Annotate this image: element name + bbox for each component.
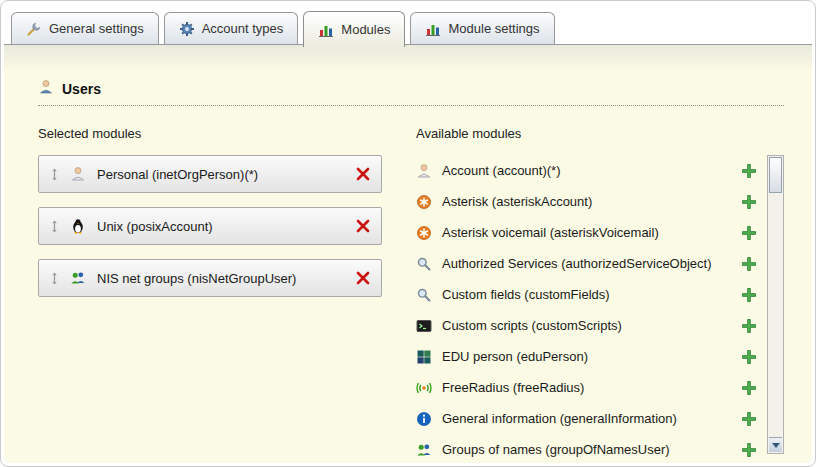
gear-icon bbox=[179, 21, 195, 37]
tab-account-types[interactable]: Account types bbox=[164, 12, 299, 44]
plus-icon[interactable] bbox=[741, 318, 757, 334]
plus-icon[interactable] bbox=[741, 380, 757, 396]
grid-icon bbox=[416, 349, 432, 365]
tab-bar: General settings Account types Modules M… bbox=[1, 1, 815, 44]
available-module-label: Authorized Services (authorizedServiceOb… bbox=[442, 256, 733, 271]
group-icon bbox=[70, 270, 86, 286]
scroll-down-button[interactable] bbox=[769, 437, 782, 452]
available-module-label: Custom fields (customFields) bbox=[442, 287, 733, 302]
lam-config-window: General settings Account types Modules M… bbox=[0, 0, 816, 467]
asterisk-icon bbox=[416, 225, 432, 241]
delete-icon[interactable] bbox=[355, 166, 371, 182]
available-module-label: Asterisk (asteriskAccount) bbox=[442, 194, 733, 209]
chart-icon bbox=[425, 21, 441, 37]
available-module-row: Custom scripts (customScripts) bbox=[416, 310, 757, 341]
modules-panel: Users Selected modules Personal (inetOrg… bbox=[4, 44, 812, 463]
selected-module-row[interactable]: NIS net groups (nisNetGroupUser) bbox=[38, 259, 382, 297]
delete-icon[interactable] bbox=[355, 218, 371, 234]
penguin-icon bbox=[70, 218, 86, 234]
selected-module-row[interactable]: Unix (posixAccount) bbox=[38, 207, 382, 245]
selected-module-label: Unix (posixAccount) bbox=[97, 219, 213, 234]
group-icon bbox=[416, 442, 432, 458]
tab-label: Modules bbox=[341, 22, 390, 37]
plus-icon[interactable] bbox=[741, 411, 757, 427]
antenna-icon bbox=[416, 380, 432, 396]
selected-module-label: NIS net groups (nisNetGroupUser) bbox=[97, 271, 296, 286]
available-module-row: General information (generalInformation) bbox=[416, 403, 757, 434]
tab-label: General settings bbox=[49, 21, 144, 36]
drag-handle-icon[interactable] bbox=[49, 271, 60, 286]
selected-module-row[interactable]: Personal (inetOrgPerson)(*) bbox=[38, 155, 382, 193]
available-module-label: FreeRadius (freeRadius) bbox=[442, 380, 733, 395]
tab-module-settings[interactable]: Module settings bbox=[410, 12, 554, 44]
tab-label: Account types bbox=[202, 21, 284, 36]
available-module-row: FreeRadius (freeRadius) bbox=[416, 372, 757, 403]
plus-icon[interactable] bbox=[741, 349, 757, 365]
plus-icon[interactable] bbox=[741, 225, 757, 241]
scroll-down-icon bbox=[772, 443, 780, 448]
terminal-icon bbox=[416, 318, 432, 334]
magnifier-icon bbox=[416, 287, 432, 303]
available-module-row: Asterisk (asteriskAccount) bbox=[416, 186, 757, 217]
plus-icon[interactable] bbox=[741, 442, 757, 458]
available-module-label: EDU person (eduPerson) bbox=[442, 349, 733, 364]
available-module-label: Account (account)(*) bbox=[442, 163, 733, 178]
available-module-row: Custom fields (customFields) bbox=[416, 279, 757, 310]
asterisk-icon bbox=[416, 194, 432, 210]
chart-icon bbox=[318, 22, 334, 38]
selected-module-label: Personal (inetOrgPerson)(*) bbox=[97, 167, 258, 182]
available-module-label: Custom scripts (customScripts) bbox=[442, 318, 733, 333]
available-module-row: Asterisk voicemail (asteriskVoicemail) bbox=[416, 217, 757, 248]
tab-general-settings[interactable]: General settings bbox=[11, 12, 159, 44]
tab-modules[interactable]: Modules bbox=[303, 11, 405, 47]
magnifier-icon bbox=[416, 256, 432, 272]
available-module-row: Account (account)(*) bbox=[416, 155, 757, 186]
plus-icon[interactable] bbox=[741, 287, 757, 303]
plus-icon[interactable] bbox=[741, 194, 757, 210]
drag-handle-icon[interactable] bbox=[49, 219, 60, 234]
plus-icon[interactable] bbox=[741, 256, 757, 272]
drag-handle-icon[interactable] bbox=[49, 167, 60, 182]
info-icon bbox=[416, 411, 432, 427]
available-module-label: General information (generalInformation) bbox=[442, 411, 733, 426]
available-module-row: Groups of names (groupOfNamesUser) bbox=[416, 434, 757, 465]
section-heading: Users bbox=[38, 79, 784, 98]
available-module-row: Authorized Services (authorizedServiceOb… bbox=[416, 248, 757, 279]
scroll-thumb[interactable] bbox=[769, 157, 782, 193]
plus-icon[interactable] bbox=[741, 163, 757, 179]
person-icon bbox=[70, 166, 86, 182]
section-title: Users bbox=[62, 81, 101, 97]
tab-label: Module settings bbox=[448, 21, 539, 36]
user-icon bbox=[38, 79, 54, 98]
available-module-label: Groups of names (groupOfNamesUser) bbox=[442, 442, 733, 457]
available-modules-heading: Available modules bbox=[416, 126, 757, 141]
wrench-icon bbox=[26, 21, 42, 37]
section-divider bbox=[38, 105, 784, 106]
selected-modules-heading: Selected modules bbox=[38, 126, 416, 141]
available-module-row: EDU person (eduPerson) bbox=[416, 341, 757, 372]
delete-icon[interactable] bbox=[355, 270, 371, 286]
person-icon bbox=[416, 163, 432, 179]
available-modules-scrollbar[interactable] bbox=[767, 155, 784, 454]
available-module-label: Asterisk voicemail (asteriskVoicemail) bbox=[442, 225, 733, 240]
